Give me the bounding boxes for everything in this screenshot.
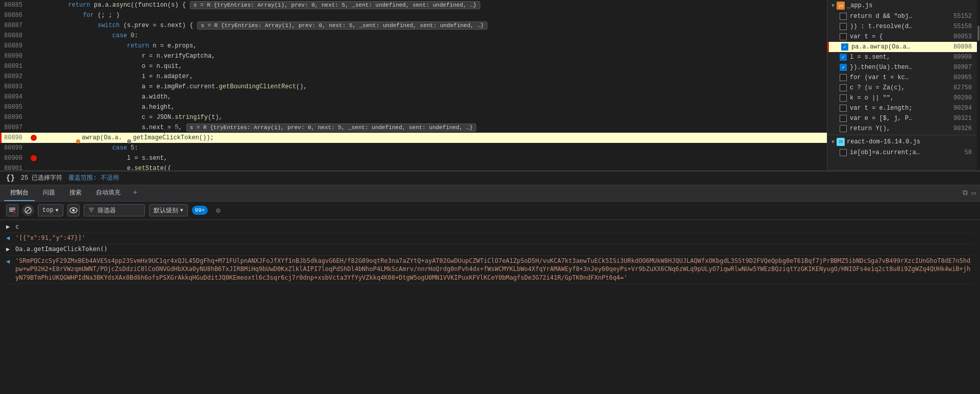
console-text: c — [15, 223, 974, 230]
list-item[interactable]: ie[ob]=a.current;a… 58 — [827, 147, 980, 158]
list-item[interactable]: ✓ l = s.sent, 80900 — [827, 52, 980, 62]
list-item[interactable]: return Y(), 90326 — [827, 124, 980, 134]
code-panel[interactable]: 80885 return pa.a.async((function(s) { s… — [0, 0, 827, 170]
selection-info: 25 已选择字符 — [21, 174, 63, 182]
tab-console[interactable]: 控制台 — [4, 185, 35, 201]
svg-point-8 — [72, 209, 75, 212]
list-item[interactable]: c ? (u = Za(c), 82750 — [827, 83, 980, 93]
checkbox[interactable] — [840, 23, 847, 30]
table-row[interactable]: 80899 case 5: — [0, 143, 827, 153]
tab-search[interactable]: 搜索 — [63, 185, 88, 201]
item-line-number: 55152 — [951, 13, 972, 20]
error-count-badge: 99+ — [192, 206, 208, 215]
table-row[interactable]: 80892 i = n.adapter, — [0, 71, 827, 82]
level-dropdown[interactable]: 默认级别 ▼ — [149, 204, 188, 216]
active-breakpoint-line[interactable]: 80898 pa.a. awrap(Oa.a. getImageClickTok… — [0, 133, 827, 143]
filter-button[interactable] — [22, 205, 34, 216]
clear-console-button[interactable] — [6, 204, 18, 216]
checkbox[interactable] — [840, 149, 847, 156]
right-panel-file-appjs[interactable]: ▼ JS _app.js — [827, 0, 980, 11]
line-content: return n = e.props, — [39, 42, 197, 50]
line-content: a.width, — [39, 93, 171, 101]
table-row[interactable]: 80887 switch (s.prev = s.next) { s = R {… — [0, 20, 827, 31]
line-content: for (; ; ) — [39, 12, 119, 19]
eye-button[interactable] — [67, 204, 80, 216]
table-row[interactable]: 80889 return n = e.props, — [0, 41, 827, 51]
tab-issues[interactable]: 问题 — [37, 185, 61, 201]
no-breakpoint — [31, 94, 37, 100]
table-row[interactable]: 80894 a.width, — [0, 92, 827, 102]
collapse-arrow-icon[interactable]: ◀ — [6, 234, 12, 241]
table-row[interactable]: 80895 a.height, — [0, 102, 827, 112]
list-item[interactable]: ✓ }).then(Ua).then… 80907 — [827, 62, 980, 72]
settings-button[interactable]: ⚙ — [212, 204, 224, 216]
breakpoint-indicator — [31, 135, 37, 141]
filter-input[interactable]: 筛选器 — [84, 204, 145, 216]
toggle-panel-button[interactable]: ▭ — [972, 189, 976, 198]
file-name: _app.js — [847, 2, 872, 9]
console-output[interactable]: ▶ c ◀ '[{"x":91,"y":47}]' ▶ Oa.a.getImag… — [0, 220, 980, 395]
item-text: return d && "obj… — [850, 13, 948, 20]
list-item[interactable]: var e = [$, j, P… 90321 — [827, 113, 980, 124]
item-line-number: 55158 — [951, 23, 972, 30]
checkbox[interactable] — [840, 33, 847, 40]
expand-arrow-icon[interactable]: ▶ — [6, 245, 12, 253]
checkbox[interactable] — [840, 74, 847, 81]
table-row[interactable]: 80888 case 0: — [0, 31, 827, 41]
list-item[interactable]: return d && "obj… 55152 — [827, 11, 980, 21]
table-row[interactable]: 80890 r = n.verifyCaptcha, — [0, 51, 827, 61]
right-panel-file-reactdom[interactable]: ▼ JS react-dom-16.14.0.js — [827, 136, 980, 147]
table-row[interactable]: 80900 l = s.sent, — [0, 153, 827, 163]
console-toolbar: top ▼ 筛选器 默认级别 ▼ 99+ ⚙ — [0, 202, 980, 220]
divider — [827, 135, 980, 135]
item-text: var t = e.length; — [850, 105, 948, 112]
table-row[interactable]: 80891 o = n.quit, — [0, 61, 827, 71]
checkbox[interactable] — [840, 115, 847, 122]
table-row[interactable]: 80893 a = e.imgRef.current.getBoundingCl… — [0, 82, 827, 92]
inline-tooltip: s = R {tryEntries: Array(1), prev: 0, ne… — [197, 21, 487, 30]
item-line-number: 58 — [951, 149, 972, 156]
expand-arrow-icon[interactable]: ▶ — [6, 223, 12, 230]
no-breakpoint — [31, 84, 37, 90]
line-number: 80894 — [0, 93, 31, 101]
checkbox[interactable] — [840, 94, 847, 102]
right-panel: ▼ JS _app.js return d && "obj… 55152 )) … — [827, 0, 980, 170]
table-row[interactable]: 80886 for (; ; ) — [0, 10, 827, 20]
checkbox-checked[interactable]: ✓ — [840, 54, 847, 61]
table-row[interactable]: 80885 return pa.a.async((function(s) { s… — [0, 0, 827, 10]
console-line[interactable]: ▶ Oa.a.getImageClickToken() — [6, 244, 974, 256]
item-text: for (var t = kc… — [850, 74, 948, 81]
console-text-long: 'SRmPQCzcSyF29ZMxBEb4AVE5s4pp23SvmHx9UC1… — [15, 257, 974, 282]
checkbox[interactable] — [840, 125, 847, 132]
checkbox-checked[interactable]: ✓ — [841, 43, 848, 51]
list-item[interactable]: var t = { 80053 — [827, 32, 980, 42]
checkbox-checked[interactable]: ✓ — [840, 64, 847, 71]
console-line[interactable]: ▶ c — [6, 222, 974, 233]
line-number: 80885 — [0, 2, 31, 9]
list-item[interactable]: k = o || "", 90290 — [827, 93, 980, 103]
checkbox[interactable] — [840, 84, 847, 91]
active-breakpoint-item[interactable]: ✓ pa.a.awrap(Oa.a… 80898 — [827, 42, 980, 52]
no-breakpoint — [31, 165, 37, 170]
list-item[interactable]: )) : t.resolve(d… 55158 — [827, 21, 980, 32]
list-item[interactable]: for (var t = kc… 80965 — [827, 72, 980, 83]
console-line[interactable]: ◀ '[{"x":91,"y":47}]' — [6, 233, 974, 244]
console-line[interactable]: ◀ 'SRmPQCzcSyF29ZMxBEb4AVE5s4pp23SvmHx9U… — [6, 256, 974, 284]
collapse-arrow-icon[interactable]: ◀ — [6, 258, 12, 265]
line-number: 80901 — [0, 165, 31, 170]
checkbox[interactable] — [840, 13, 847, 20]
expand-panel-button[interactable]: ⧉ — [963, 189, 968, 197]
add-tab-button[interactable]: + — [129, 187, 142, 199]
line-content: r = n.verifyCaptcha, — [39, 53, 215, 60]
item-line-number: 90294 — [951, 105, 972, 112]
context-dropdown[interactable]: top ▼ — [38, 204, 63, 216]
code-lines[interactable]: 80885 return pa.a.async((function(s) { s… — [0, 0, 827, 170]
checkbox[interactable] — [840, 105, 847, 112]
dropdown-arrow-icon: ▼ — [180, 208, 183, 213]
table-row[interactable]: 80901 e.setState({ — [0, 163, 827, 170]
no-breakpoint — [31, 63, 37, 69]
line-number: 80889 — [0, 42, 31, 50]
brace-icon: {} — [6, 174, 15, 182]
list-item[interactable]: var t = e.length; 90294 — [827, 103, 980, 113]
tab-autofill[interactable]: 自动填充 — [90, 185, 127, 201]
